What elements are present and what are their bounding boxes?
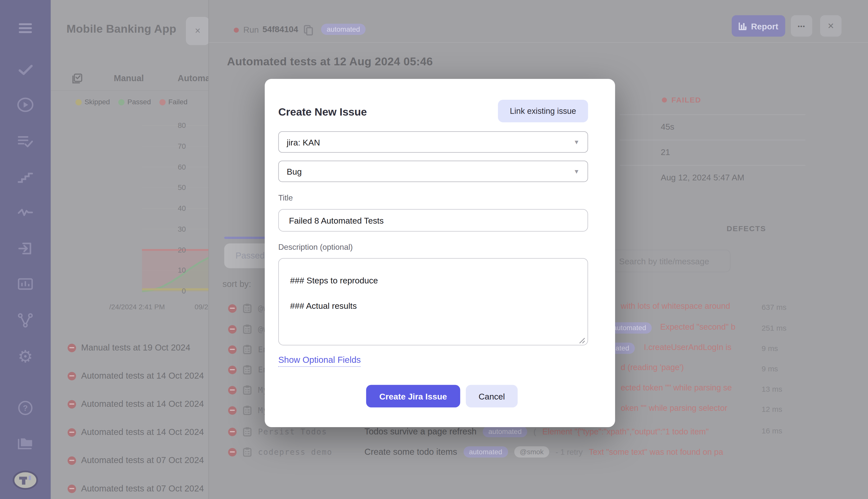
error-message: Expected "second" b <box>660 322 744 331</box>
finished-time-value: Aug 12, 2024 5:47 AM <box>661 172 744 182</box>
settings-gear-icon[interactable]: ⚙ <box>0 346 51 366</box>
x-axis-label-end: 09/24/2024 2:54 PM <box>185 303 209 311</box>
run-id: 54f84104 <box>262 24 298 34</box>
clipboard-icon <box>243 447 252 457</box>
logo-icon[interactable] <box>0 469 51 491</box>
clipboard-icon <box>243 427 252 437</box>
play-circle-icon[interactable] <box>0 97 51 113</box>
error-message: ected token "" while parsing se <box>621 383 744 392</box>
steps-icon[interactable] <box>0 170 51 184</box>
more-button[interactable]: ••• <box>791 15 812 37</box>
error-message: with lots of whitespace around <box>621 302 744 311</box>
tag-badge: automated <box>483 426 527 437</box>
error-message: oken "" while parsing selector <box>621 403 744 413</box>
title-field-label: Title <box>278 193 293 202</box>
failed-minus-icon <box>228 345 237 354</box>
clipboard-icon <box>243 385 252 395</box>
project-select[interactable]: jira: KAN ▼ <box>278 131 588 153</box>
run-list-item[interactable]: Automated tests at 07 Oct 2024 <box>51 474 209 499</box>
failed-minus-icon <box>67 456 76 465</box>
test-list-icon[interactable] <box>0 134 51 149</box>
run-label: Run <box>243 25 259 34</box>
test-duration: 13 ms <box>761 385 782 393</box>
y-tick-label: 20 <box>159 245 186 254</box>
run-list-item[interactable]: Automated tests at 14 Oct 2024 <box>51 418 209 446</box>
failed-minus-icon <box>228 448 237 456</box>
close-icon: × <box>195 25 200 37</box>
topbar-divider <box>209 42 868 43</box>
sidebar: ⚙ ? <box>0 0 51 499</box>
clipboard-icon <box>243 405 252 415</box>
project-title: Mobile Banking App <box>66 23 176 36</box>
create-issue-modal: Create New Issue Link existing issue jir… <box>265 79 615 427</box>
y-tick-label: 50 <box>159 183 186 192</box>
test-duration: 9 ms <box>761 344 778 353</box>
legend-item: Failed <box>159 98 187 106</box>
project-close-button[interactable]: × <box>186 17 209 45</box>
panel-tabs: Manual Automated <box>51 66 209 90</box>
info-divider <box>620 165 805 166</box>
description-field-label: Description (optional) <box>278 242 353 251</box>
bar-chart-icon <box>739 22 747 30</box>
report-button[interactable]: Report <box>732 15 785 37</box>
activity-icon[interactable] <box>0 205 51 219</box>
clipboard-icon <box>243 344 252 354</box>
resize-handle-icon[interactable] <box>579 336 585 346</box>
help-icon[interactable]: ? <box>0 400 51 416</box>
tasks-check-icon[interactable] <box>0 62 51 78</box>
ellipsis-icon: ••• <box>798 23 805 29</box>
failed-minus-icon <box>228 365 237 374</box>
branch-icon[interactable] <box>0 312 51 328</box>
create-jira-issue-button[interactable]: Create Jira Issue <box>366 385 460 407</box>
sign-in-icon[interactable] <box>0 241 51 257</box>
run-status-dot <box>234 28 239 33</box>
failed-minus-icon <box>67 343 76 352</box>
y-tick-label: 0 <box>159 287 186 295</box>
tab-manual[interactable]: Manual <box>114 73 144 83</box>
clipboard-icon <box>243 324 252 334</box>
tag-badge: automated <box>463 446 508 458</box>
failed-minus-icon <box>228 304 237 313</box>
test-title: Create some todo items <box>364 447 457 457</box>
run-list-item[interactable]: Automated tests at 14 Oct 2024 <box>51 390 209 418</box>
search-input[interactable] <box>611 250 730 272</box>
checklist-icon[interactable] <box>72 73 83 84</box>
tag-badge: @smok <box>514 446 549 458</box>
status-badge: FAILED <box>662 96 701 104</box>
copy-icon[interactable] <box>303 25 313 38</box>
x-axis-label-start: /24/2024 2:41 PM <box>109 303 165 311</box>
y-tick-label: 10 <box>159 266 186 275</box>
legend-item: Passed <box>118 98 151 106</box>
run-history-list: Manual tests at 19 Oct 2024Automated tes… <box>51 334 209 499</box>
test-duration: 12 ms <box>761 405 782 414</box>
y-tick-label: 40 <box>159 204 186 212</box>
issue-type-select[interactable]: Bug ▼ <box>278 160 588 182</box>
failed-dot-icon <box>662 97 667 102</box>
link-existing-issue-button[interactable]: Link existing issue <box>498 100 588 122</box>
chevron-down-icon: ▼ <box>573 168 580 175</box>
menu-icon[interactable] <box>0 20 51 36</box>
defects-column-header: DEFECTS <box>727 224 766 233</box>
run-list-item[interactable]: Automated tests at 14 Oct 2024 <box>51 362 209 390</box>
retry-note: ( <box>533 427 536 436</box>
chevron-down-icon: ▼ <box>573 139 580 145</box>
failed-minus-icon <box>228 325 237 333</box>
page-title: Automated tests at 12 Aug 2024 05:46 <box>227 55 433 68</box>
test-duration: 251 ms <box>761 324 786 333</box>
modal-title: Create New Issue <box>278 106 367 118</box>
cancel-button[interactable]: Cancel <box>466 385 518 407</box>
show-optional-fields-link[interactable]: Show Optional Fields <box>278 355 361 367</box>
issue-title-input[interactable] <box>278 209 588 232</box>
description-textarea[interactable]: ### Steps to reproduce ### Actual result… <box>278 258 588 345</box>
close-icon: × <box>828 20 834 32</box>
projects-folder-icon[interactable] <box>0 435 51 451</box>
tab-automated[interactable]: Automated <box>177 73 209 83</box>
report-bars-icon[interactable] <box>0 277 51 291</box>
info-divider <box>620 114 805 115</box>
run-close-button[interactable]: × <box>820 15 841 37</box>
run-list-item[interactable]: Automated tests at 07 Oct 2024 <box>51 446 209 474</box>
run-duration-value: 45s <box>661 122 674 131</box>
run-list-item[interactable]: Manual tests at 19 Oct 2024 <box>51 334 209 362</box>
svg-text:?: ? <box>23 404 28 413</box>
y-tick-label: 30 <box>159 224 186 233</box>
